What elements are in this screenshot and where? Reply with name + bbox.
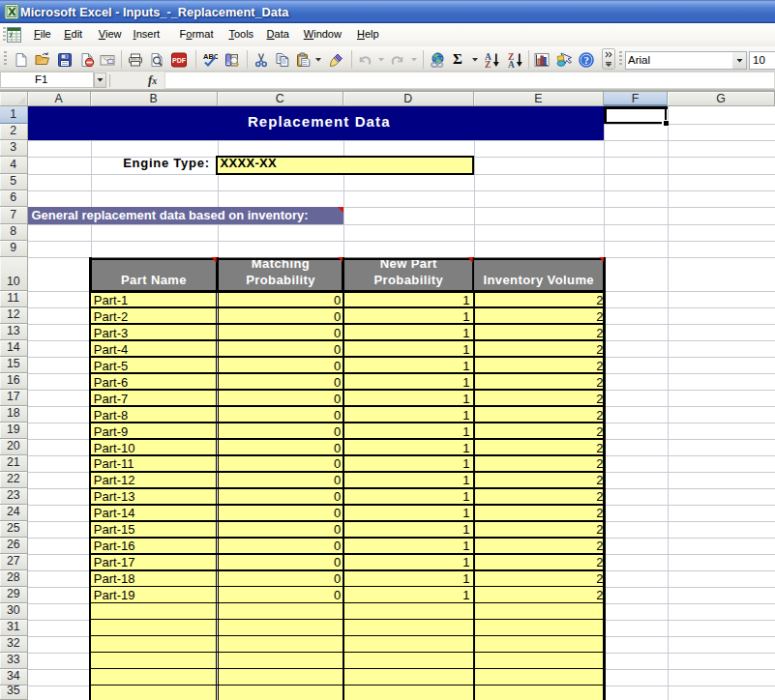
- svg-text:A: A: [508, 60, 515, 68]
- svg-text:ABC: ABC: [203, 52, 218, 61]
- svg-text:?: ?: [583, 55, 588, 66]
- svg-text:Z: Z: [485, 60, 491, 68]
- svg-text:PDF: PDF: [172, 57, 187, 64]
